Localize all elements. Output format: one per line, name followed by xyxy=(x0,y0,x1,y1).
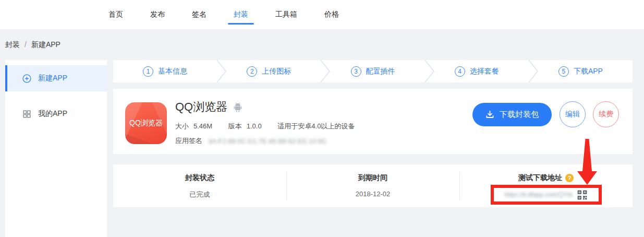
question-badge-icon[interactable]: ? xyxy=(565,174,574,182)
status-col-package-state: 封装状态 已完成 xyxy=(113,164,286,207)
breadcrumb: 封装/新建APP xyxy=(5,40,60,50)
sidebar: 新建APP 我的APP xyxy=(5,60,107,237)
breadcrumb-parent[interactable]: 封装 xyxy=(5,40,20,49)
app-size: 大小5.46M xyxy=(175,122,212,130)
step-number-badge: 2 xyxy=(247,66,257,77)
status-panel: 封装状态 已完成 到期时间 2018-12-02 测试下载地址 ? https:… xyxy=(113,164,633,207)
app-meta-row: 大小5.46M 版本1.0.0 适用于安卓4.0以上的设备 xyxy=(175,122,369,131)
app-icon: QQ浏览器 xyxy=(125,102,167,144)
step-download-app[interactable]: 5 下载APP xyxy=(529,60,633,82)
main-content: 1 基本信息 2 上传图标 3 配置插件 4 选择套餐 5 下载APP xyxy=(113,60,633,207)
status-title: 封装状态 xyxy=(185,173,214,183)
plus-circle-icon xyxy=(22,74,31,83)
android-icon xyxy=(233,101,243,113)
qr-code-icon[interactable] xyxy=(577,189,588,200)
chevron-right-icon xyxy=(632,60,633,82)
status-title: 到期时间 xyxy=(358,173,387,183)
status-col-expiry-date: 到期时间 2018-12-02 xyxy=(286,164,459,207)
status-value: 2018-12-02 xyxy=(286,190,459,198)
step-label: 配置插件 xyxy=(366,67,395,76)
step-number-badge: 5 xyxy=(558,66,569,77)
sidebar-item-new-app[interactable]: 新建APP xyxy=(5,65,107,91)
breadcrumb-current: 新建APP xyxy=(31,40,60,49)
nav-item-publish[interactable]: 发布 xyxy=(150,0,165,29)
sidebar-item-my-app[interactable]: 我的APP xyxy=(5,101,107,127)
app-signature-row: 应用签名 3A:F2:88:0C:D1:7E:45:B9:62:EE:10:9C xyxy=(175,136,369,146)
sidebar-item-label: 我的APP xyxy=(38,109,67,118)
nav-item-toolbox[interactable]: 工具箱 xyxy=(275,0,297,29)
renew-button[interactable]: 续费 xyxy=(593,101,619,127)
step-wizard: 1 基本信息 2 上传图标 3 配置插件 4 选择套餐 5 下载APP xyxy=(113,60,633,82)
sidebar-item-label: 新建APP xyxy=(38,74,67,83)
edit-button[interactable]: 编辑 xyxy=(560,101,586,127)
download-icon xyxy=(485,110,494,119)
status-title: 测试下载地址 xyxy=(518,173,562,183)
step-configure-plugins[interactable]: 3 配置插件 xyxy=(321,60,424,82)
app-signature-label: 应用签名 xyxy=(175,136,202,146)
step-basic-info[interactable]: 1 基本信息 xyxy=(113,60,217,82)
status-col-test-download-url: 测试下载地址 ? https://ii.dfapp.com/QYbi xyxy=(459,164,633,207)
step-number-badge: 3 xyxy=(351,66,361,77)
app-name: QQ浏览器 xyxy=(175,99,227,115)
app-compatibility: 适用于安卓4.0以上的设备 xyxy=(277,122,355,130)
download-package-button[interactable]: 下载封装包 xyxy=(472,103,552,126)
breadcrumb-separator: / xyxy=(25,40,27,49)
app-card: QQ浏览器 QQ浏览器 大小5.46M 版本1.0.0 适用于安卓4.0以上的设… xyxy=(113,89,633,154)
step-select-plan[interactable]: 4 选择套餐 xyxy=(425,60,529,82)
nav-item-price[interactable]: 价格 xyxy=(324,0,339,29)
app-info: QQ浏览器 大小5.46M 版本1.0.0 适用于安卓4.0以上的设备 应用签名… xyxy=(175,99,369,146)
nav-item-package[interactable]: 封装 xyxy=(234,0,248,29)
step-number-badge: 1 xyxy=(143,66,153,77)
step-label: 选择套餐 xyxy=(470,67,499,76)
status-value: 已完成 xyxy=(113,190,286,199)
app-version: 版本1.0.0 xyxy=(228,122,262,130)
app-signature-value-masked: 3A:F2:88:0C:D1:7E:45:B9:62:EE:10:9C xyxy=(208,137,327,145)
top-nav: 首页 发布 签名 封装 工具箱 价格 xyxy=(0,0,644,30)
page: 首页 发布 签名 封装 工具箱 价格 封装/新建APP 新建APP 我的APP … xyxy=(0,0,644,237)
test-download-url-masked[interactable]: https://ii.dfapp.com/QYbi xyxy=(504,191,573,198)
step-label: 基本信息 xyxy=(158,67,187,76)
step-label: 下载APP xyxy=(574,67,603,76)
nav-item-home[interactable]: 首页 xyxy=(108,0,123,29)
test-url-highlight-box: https://ii.dfapp.com/QYbi xyxy=(491,185,602,205)
step-upload-icon[interactable]: 2 上传图标 xyxy=(217,60,321,82)
step-number-badge: 4 xyxy=(455,66,465,77)
step-label: 上传图标 xyxy=(262,67,291,76)
app-icon-text: QQ浏览器 xyxy=(129,118,163,128)
grid-icon xyxy=(22,110,31,118)
nav-item-sign[interactable]: 签名 xyxy=(192,0,206,29)
